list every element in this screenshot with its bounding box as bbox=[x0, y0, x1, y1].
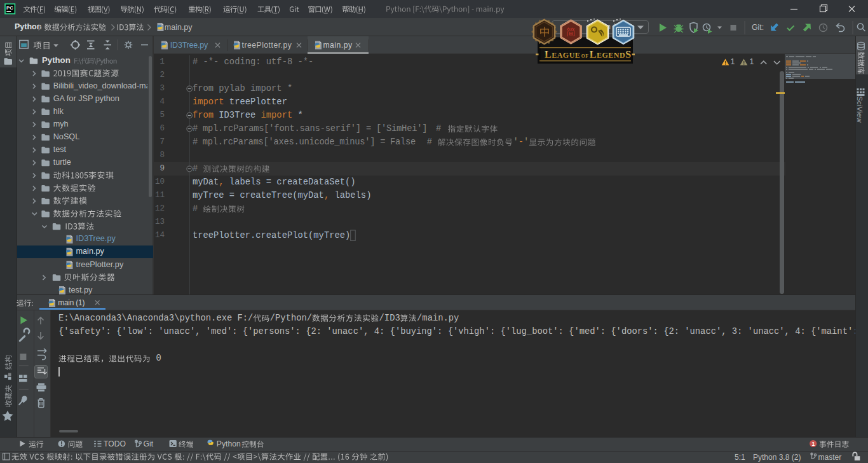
svg-text:PC: PC bbox=[6, 5, 13, 11]
svg-text:1: 1 bbox=[812, 441, 815, 447]
